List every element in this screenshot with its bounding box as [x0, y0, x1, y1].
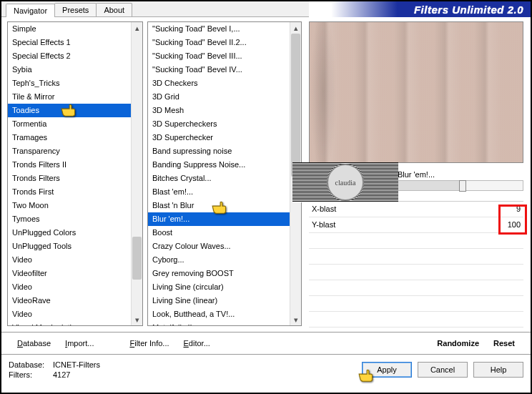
header-bar: Navigator Presets About Filters Unlimite… — [1, 1, 531, 17]
list-item[interactable]: "Sucking Toad" Bevel III... — [148, 49, 290, 63]
list-item[interactable]: 3D Grid — [148, 90, 290, 104]
status-filters-label: Filters: — [9, 370, 49, 379]
status-db-value: ICNET-Filters — [53, 360, 100, 369]
list-item[interactable]: Look, Butthead, a TV!... — [148, 307, 290, 321]
list-item[interactable]: Videofilter — [8, 267, 131, 280]
cancel-button[interactable]: Cancel — [418, 362, 468, 378]
list-item[interactable]: Sybia — [8, 63, 131, 77]
list-item[interactable]: Special Effects 2 — [8, 49, 131, 63]
param-value: 9 — [516, 203, 521, 215]
list-item[interactable]: Tronds First — [8, 185, 131, 199]
param-row-empty — [309, 280, 523, 296]
param-row-empty — [309, 233, 523, 249]
list-item[interactable]: Video — [8, 307, 131, 321]
status-db-label: Database: — [9, 360, 49, 369]
param-row-yblast[interactable]: Y-blast 100 — [309, 217, 523, 233]
list-item[interactable]: Transparency — [8, 144, 131, 158]
list-item[interactable]: Boost — [148, 226, 290, 240]
filter-info-button[interactable]: Filter Info... — [122, 336, 176, 350]
list-item[interactable]: 3D Checkers — [148, 77, 290, 90]
list-item[interactable]: Visual Manipulation — [8, 321, 131, 326]
tab-presets[interactable]: Presets — [54, 3, 97, 16]
scroll-up-icon[interactable]: ▴ — [290, 22, 301, 34]
list-item[interactable]: 3D Superchecker — [148, 131, 290, 144]
list-item[interactable]: Two Moon — [8, 199, 131, 212]
list-item[interactable]: Tronds Filters — [8, 172, 131, 185]
param-row-empty — [309, 249, 523, 265]
list-item[interactable]: UnPlugged Colors — [8, 226, 131, 240]
help-button[interactable]: Help — [473, 362, 523, 378]
import-button[interactable]: Import... — [58, 336, 101, 350]
list-item[interactable]: Banding Suppress Noise... — [148, 158, 290, 172]
list-item[interactable]: Crazy Colour Waves... — [148, 240, 290, 253]
param-label: X-blast — [312, 203, 336, 215]
scroll-thumb[interactable] — [132, 237, 142, 280]
list-item[interactable]: VideoRave — [8, 294, 131, 307]
category-list[interactable]: SimpleSpecial Effects 1Special Effects 2… — [7, 21, 143, 326]
list-item[interactable]: Tramages — [8, 131, 131, 144]
scroll-up-icon[interactable]: ▴ — [132, 22, 142, 34]
list-item[interactable]: Tymoes — [8, 212, 131, 226]
list-item[interactable]: Tile & Mirror — [8, 90, 131, 104]
scroll-down-icon[interactable]: ▾ — [132, 314, 142, 325]
list-item[interactable]: Simple — [8, 22, 131, 36]
list-item[interactable]: Bitches Crystal... — [148, 172, 290, 185]
list-item[interactable]: Blur 'em!... — [148, 212, 290, 226]
param-label: Y-blast — [312, 219, 335, 231]
list-item[interactable]: 3D Mesh — [148, 104, 290, 117]
scrollbar[interactable]: ▴ ▾ — [131, 22, 142, 325]
randomize-button[interactable]: Randomize — [430, 336, 486, 350]
database-button[interactable]: Database — [10, 336, 58, 350]
list-item[interactable]: Special Effects 1 — [8, 36, 131, 49]
list-item[interactable]: Blast 'n Blur — [148, 199, 290, 212]
list-item[interactable]: Band supressing noise — [148, 144, 290, 158]
list-item[interactable]: Living Sine (linear) — [148, 294, 290, 307]
list-item[interactable]: Video — [8, 280, 131, 294]
list-item[interactable]: Toadies — [8, 104, 131, 117]
list-item[interactable]: Blast 'em!... — [148, 185, 290, 199]
title-bar: Filters Unlimited 2.0 — [309, 1, 531, 17]
list-item[interactable]: Metalfalls II... — [148, 321, 290, 326]
params-panel: X-blast 9 Y-blast 100 — [309, 201, 523, 327]
param-value: 100 — [508, 219, 521, 231]
scroll-down-icon[interactable]: ▾ — [290, 314, 301, 325]
list-item[interactable]: Cyborg... — [148, 253, 290, 267]
list-item[interactable]: 3D Supercheckers — [148, 117, 290, 131]
filter-list[interactable]: "Sucking Toad" Bevel I,..."Sucking Toad"… — [147, 21, 302, 326]
watermark: claudia — [292, 162, 398, 202]
watermark-badge: claudia — [327, 164, 364, 201]
param-row-empty — [309, 296, 523, 312]
tab-navigator[interactable]: Navigator — [6, 4, 55, 17]
scroll-thumb[interactable] — [291, 34, 300, 177]
list-item[interactable]: "Sucking Toad" Bevel IV... — [148, 63, 290, 77]
toolbar: Database Import... Filter Info... Editor… — [1, 332, 531, 355]
app-title: Filters Unlimited 2.0 — [414, 4, 523, 16]
list-item[interactable]: Living Sine (circular) — [148, 280, 290, 294]
list-item[interactable]: Video — [8, 253, 131, 267]
tab-about[interactable]: About — [96, 3, 132, 16]
list-item[interactable]: Tronds Filters II — [8, 158, 131, 172]
list-item[interactable]: "Sucking Toad" Bevel II.2... — [148, 36, 290, 49]
list-item[interactable]: Tormentia — [8, 117, 131, 131]
list-item[interactable]: UnPlugged Tools — [8, 240, 131, 253]
status-filters-value: 4127 — [53, 370, 70, 379]
editor-button[interactable]: Editor... — [177, 336, 217, 350]
list-item[interactable]: "Sucking Toad" Bevel I,... — [148, 22, 290, 36]
apply-button[interactable]: Apply — [362, 362, 412, 378]
param-row-empty — [309, 265, 523, 280]
param-row-xblast[interactable]: X-blast 9 — [309, 202, 523, 217]
tab-strip: Navigator Presets About — [1, 1, 309, 17]
preview-image — [309, 21, 523, 163]
param-row-empty — [309, 312, 523, 327]
main-area: SimpleSpecial Effects 1Special Effects 2… — [1, 17, 531, 332]
reset-button[interactable]: Reset — [486, 336, 522, 350]
list-item[interactable]: Grey removing BOOST — [148, 267, 290, 280]
status-bar: Database:ICNET-Filters Filters:4127 Appl… — [1, 355, 531, 385]
list-item[interactable]: Teph's_Tricks — [8, 77, 131, 90]
